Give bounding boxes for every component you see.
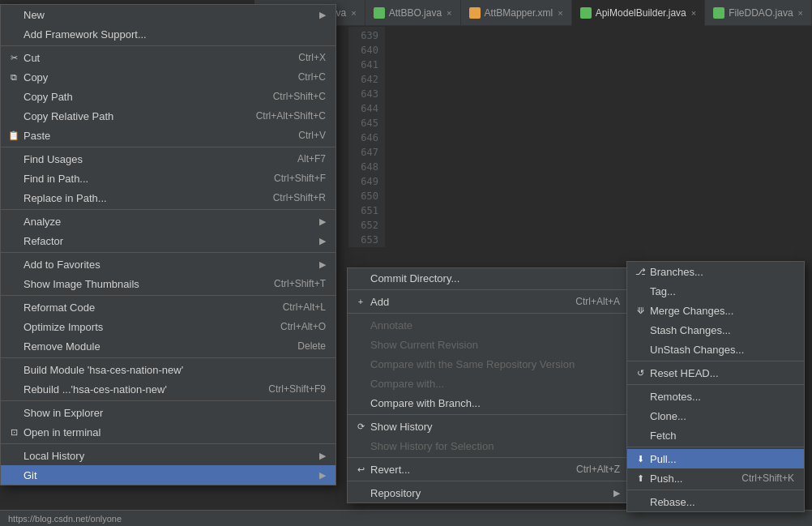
menu-item-label: Pull... <box>650 453 794 465</box>
tab-close-button[interactable]: × <box>798 8 803 18</box>
menu-item-reset-head---[interactable]: ↺Reset HEAD... <box>627 363 804 383</box>
menu-item-shortcut: Ctrl+Alt+Z <box>576 464 620 475</box>
line-number: 647 <box>348 145 385 160</box>
menu-item-optimize-imports[interactable]: Optimize ImportsCtrl+Alt+O <box>1 317 335 336</box>
menu-item-show-in-explorer[interactable]: Show in Explorer <box>1 403 335 422</box>
menu-item-find-in-path---[interactable]: Find in Path...Ctrl+Shift+F <box>1 169 335 188</box>
menu-item-label: Merge Changes... <box>650 305 794 317</box>
line-number: 646 <box>348 130 385 145</box>
menu-item-arrow: ▶ <box>319 470 326 481</box>
menu-item-reformat-code[interactable]: Reformat CodeCtrl+Alt+L <box>1 297 335 317</box>
menu-item-merge-changes---[interactable]: ⟱Merge Changes... <box>627 301 804 320</box>
menu-item-icon: ⊡ <box>7 426 20 438</box>
menu-item-label: Rebuild ...'hsa-ces-nation-new' <box>24 383 252 396</box>
menu-separator <box>627 384 804 385</box>
tab-close-button[interactable]: × <box>558 8 562 18</box>
menu-item-label: Show Image Thumbnails <box>24 278 258 290</box>
menu-item-show-image-thumbnails[interactable]: Show Image ThumbnailsCtrl+Shift+T <box>1 274 335 293</box>
tab-close-button[interactable]: × <box>691 8 696 18</box>
menu-item-stash-changes---[interactable]: Stash Changes... <box>627 320 804 340</box>
menu-item-label: Refactor <box>24 235 315 247</box>
menu-item-cut[interactable]: ✂CutCtrl+X <box>1 48 335 67</box>
menu-item-unstash-changes---[interactable]: UnStash Changes... <box>627 340 804 359</box>
git-context-menu: Commit Directory...+AddCtrl+Alt+AAnnotat… <box>347 267 630 503</box>
menu-item-arrow: ▶ <box>319 236 326 246</box>
menu-item-open-in-terminal[interactable]: ⊡Open in terminal <box>1 422 335 442</box>
menu-item-icon: + <box>354 295 367 308</box>
menu-item-replace-in-path---[interactable]: Replace in Path...Ctrl+Shift+R <box>1 188 335 207</box>
menu-separator <box>1 209 335 210</box>
menu-item-label: Git <box>24 469 315 481</box>
menu-item-label: Analyze <box>24 216 315 228</box>
menu-item-compare-with-branch---[interactable]: Compare with Branch... <box>348 393 630 413</box>
tab-ApiModelBuilder-java[interactable]: ApiModelBuilder.java× <box>572 0 706 26</box>
menu-item-label: Compare with the Same Repository Version <box>370 358 620 370</box>
line-number: 645 <box>348 116 385 130</box>
menu-item-icon: ↺ <box>634 366 647 379</box>
menu-item-add[interactable]: +AddCtrl+Alt+A <box>348 292 630 311</box>
menu-item-arrow: ▶ <box>613 488 620 498</box>
tab-icon <box>469 7 481 19</box>
menu-item-label: Add to Favorites <box>24 259 315 271</box>
menu-item-rebase---[interactable]: Rebase... <box>627 492 804 511</box>
menu-item-label: Show History for Selection <box>370 440 620 452</box>
menu-item-local-history[interactable]: Local History▶ <box>1 446 335 465</box>
menu-item-shortcut: Ctrl+Shift+F9 <box>268 383 326 395</box>
menu-separator <box>1 252 335 253</box>
menu-item-shortcut: Ctrl+Shift+T <box>274 278 326 289</box>
menu-item-remotes---[interactable]: Remotes... <box>627 387 804 406</box>
menu-item-show-current-revision: Show Current Revision <box>348 335 630 354</box>
menu-item-show-history[interactable]: ⟳Show History <box>348 417 630 436</box>
menu-item-copy[interactable]: ⧉CopyCtrl+C <box>1 67 335 87</box>
menu-item-label: Push... <box>650 473 725 485</box>
menu-item-add-framework-support---[interactable]: Add Framework Support... <box>1 24 335 44</box>
menu-item-add-to-favorites[interactable]: Add to Favorites▶ <box>1 254 335 274</box>
menu-item-new[interactable]: New▶ <box>1 5 335 24</box>
line-number: 644 <box>348 101 385 116</box>
menu-item-icon: ⟳ <box>354 420 367 433</box>
menu-item-copy-relative-path[interactable]: Copy Relative PathCtrl+Alt+Shift+C <box>1 106 335 126</box>
menu-item-label: Cut <box>24 52 282 64</box>
menu-item-rebuild-----hsa-ces-nation-new-[interactable]: Rebuild ...'hsa-ces-nation-new'Ctrl+Shif… <box>1 379 335 399</box>
menu-item-pull---[interactable]: ⬇Pull... <box>627 449 804 468</box>
menu-item-label: Fetch <box>650 430 794 442</box>
tab-close-button[interactable]: × <box>447 8 451 18</box>
menu-item-commit-directory---[interactable]: Commit Directory... <box>348 268 630 288</box>
menu-item-clone---[interactable]: Clone... <box>627 406 804 426</box>
menu-item-branches---[interactable]: ⎇Branches... <box>627 262 804 281</box>
menu-separator <box>1 443 335 444</box>
menu-item-label: Remotes... <box>650 391 794 403</box>
tab-AttBBO-java[interactable]: AttBBO.java× <box>365 0 461 26</box>
menu-item-refactor[interactable]: Refactor▶ <box>1 231 335 250</box>
tab-label: ApiModelBuilder.java <box>596 7 686 19</box>
menu-separator <box>627 447 804 447</box>
menu-item-build-module--hsa-ces-nation-new-[interactable]: Build Module 'hsa-ces-nation-new' <box>1 360 335 379</box>
menu-item-git[interactable]: Git▶ <box>1 465 335 485</box>
menu-item-show-history-for-selection: Show History for Selection <box>348 436 630 455</box>
menu-item-find-usages[interactable]: Find UsagesAlt+F7 <box>1 149 335 169</box>
menu-item-revert---[interactable]: ↩Revert...Ctrl+Alt+Z <box>348 460 630 479</box>
tab-FileDDAO-java[interactable]: FileDDAO.java× <box>705 0 812 26</box>
status-bar: https://blog.csdn.net/onlyone <box>0 510 812 526</box>
tab-close-button[interactable]: × <box>351 8 356 18</box>
tab-AttBMapper-xml[interactable]: AttBMapper.xml× <box>461 0 572 26</box>
menu-item-copy-path[interactable]: Copy PathCtrl+Shift+C <box>1 87 335 106</box>
menu-item-shortcut: Ctrl+Alt+A <box>575 296 620 307</box>
menu-item-tag---[interactable]: Tag... <box>627 281 804 301</box>
menu-item-remove-module[interactable]: Remove ModuleDelete <box>1 336 335 356</box>
menu-item-label: Copy <box>24 71 282 83</box>
menu-item-icon: ⟱ <box>634 304 647 317</box>
menu-separator <box>348 289 630 290</box>
menu-separator <box>627 361 804 361</box>
menu-item-analyze[interactable]: Analyze▶ <box>1 212 335 231</box>
menu-item-label: Replace in Path... <box>24 192 257 204</box>
menu-separator <box>1 357 335 358</box>
line-number: 642 <box>348 72 385 87</box>
menu-item-fetch[interactable]: Fetch <box>627 426 804 445</box>
line-number: 650 <box>348 189 385 203</box>
menu-item-repository[interactable]: Repository▶ <box>348 483 630 502</box>
menu-item-label: Show History <box>370 421 620 433</box>
menu-item-label: Compare with Branch... <box>370 397 620 409</box>
menu-item-push---[interactable]: ⬆Push...Ctrl+Shift+K <box>627 468 804 488</box>
menu-item-paste[interactable]: 📋PasteCtrl+V <box>1 126 335 145</box>
